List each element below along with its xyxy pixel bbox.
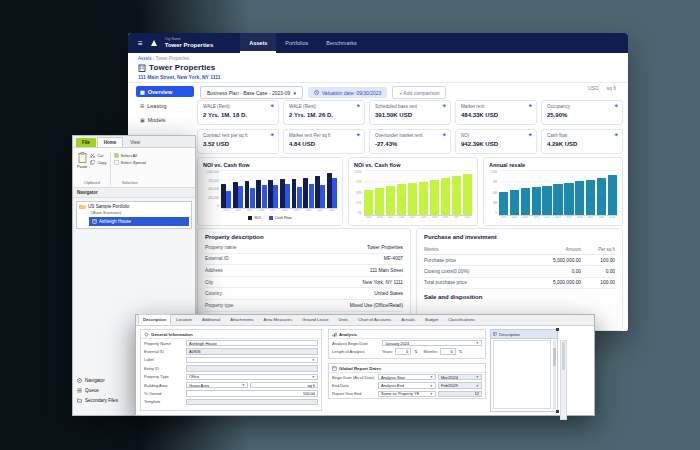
row-label: Country — [205, 291, 222, 296]
bar — [532, 187, 541, 215]
kpi-insight-icon[interactable]: ◈ — [271, 103, 274, 108]
breadcrumb-assets-link[interactable]: Assets — [138, 56, 152, 61]
building-area-type-dropdown[interactable]: Gross Area▼ — [186, 382, 248, 389]
sidebar-item-models[interactable]: ▣ Models — [136, 114, 194, 125]
editor-body: General Information Property NameAshleig… — [136, 326, 594, 415]
tab-actuals[interactable]: Actuals — [396, 314, 420, 325]
begin-date-mode-dropdown[interactable]: Analysis Start▼ — [378, 374, 436, 381]
metrics-label: Metrics — [424, 247, 523, 252]
kpi-insight-icon[interactable]: ◈ — [443, 132, 446, 137]
months-stepper[interactable]: 0 — [440, 348, 456, 355]
copy-button[interactable]: Copy — [90, 160, 106, 165]
tab-chart-of-accounts[interactable]: Chart of Accounts — [353, 314, 396, 325]
kpi-grid: WALE (Rent)2 Yrs. 1M. 18 D.◈ WALE (Rent)… — [197, 100, 623, 154]
kpi-insight-icon[interactable]: ◈ — [615, 103, 618, 108]
begin-date-value-dropdown[interactable]: Mar/2024▼ — [438, 374, 482, 381]
report-year-end-dropdown[interactable]: Same as Property YE▼ — [378, 391, 436, 398]
scenario-toolbar: Business Plan - Base Case - 2023-09 ▾ Va… — [200, 86, 446, 99]
gear-icon — [144, 332, 149, 337]
paste-button[interactable]: Paste — [77, 150, 87, 169]
bar — [256, 180, 261, 208]
bar — [575, 181, 584, 215]
x-axis: 2023202420252026202720282029203020312032 — [364, 216, 472, 221]
currency-toggle[interactable]: USD — [588, 85, 599, 91]
tab-home[interactable]: Home — [97, 137, 124, 147]
resize-handle[interactable] — [556, 410, 559, 413]
percent-owned-field[interactable]: 100.00 — [186, 390, 318, 397]
tab-ground-lease[interactable]: Ground Lease — [297, 314, 334, 325]
analysis-begin-date-dropdown[interactable]: January 2024▼ — [382, 340, 482, 347]
tab-classifications[interactable]: Classifications — [443, 314, 480, 325]
end-date-mode-dropdown[interactable]: Analysis End▼ — [378, 382, 436, 389]
copy-label: Copy — [97, 160, 106, 165]
bar — [285, 184, 290, 208]
table-row: Closing costs(0.00%)0.000.00 — [424, 266, 615, 277]
spinner-icon[interactable]: ⇅ — [459, 349, 462, 354]
scenario-dropdown[interactable]: Business Plan - Base Case - 2023-09 ▾ — [200, 86, 303, 99]
tab-units[interactable]: Units — [334, 314, 354, 325]
bar — [226, 191, 231, 208]
cut-button[interactable]: Cut — [90, 153, 106, 158]
page-title-row: Tower Properties — [138, 63, 215, 72]
tab-location[interactable]: Location — [171, 314, 197, 325]
kpi-label: Occupancy — [547, 104, 617, 109]
tab-description[interactable]: Description — [138, 314, 171, 325]
kpi-card-wale-rent-2: WALE (Rent)2 Yrs. 1M. 26 D.◈ — [283, 100, 365, 125]
kpi-insight-icon[interactable]: ◈ — [615, 132, 618, 137]
property-type-dropdown[interactable]: Office▼ — [186, 374, 318, 381]
select-special-button[interactable]: Select Special — [114, 160, 146, 165]
table-row: Address111 Main Street — [205, 265, 403, 277]
add-comparison-button[interactable]: + Add comparison — [392, 86, 446, 99]
building-area-value-field[interactable]: sq ft — [250, 382, 318, 389]
tab-file[interactable]: File — [76, 138, 96, 147]
kpi-insight-icon[interactable]: ◈ — [357, 132, 360, 137]
area-unit-toggle[interactable]: sq ft — [607, 85, 616, 91]
end-date-value-dropdown[interactable]: Feb/2029▼ — [438, 382, 482, 389]
property-name-field[interactable]: Ashleigh House — [186, 340, 318, 347]
tab-area-measures[interactable]: Area Measures — [259, 314, 297, 325]
form-window-scrollbar[interactable] — [560, 340, 567, 420]
tab-view[interactable]: View — [124, 138, 146, 147]
selection-group-label: Selection — [114, 180, 146, 187]
leasing-icon: ⊞ — [140, 103, 144, 109]
description-scrollbar[interactable] — [553, 340, 556, 409]
bar — [315, 176, 320, 208]
hamburger-menu-icon[interactable]: ≡ — [138, 39, 143, 48]
years-stepper[interactable]: 5 — [395, 348, 411, 355]
select-all-button[interactable]: Select All — [114, 153, 146, 158]
tab-benchmarks[interactable]: Benchmarks — [317, 33, 366, 53]
kpi-card-cash-flow: Cash flow4.29K USD◈ — [541, 129, 623, 154]
kpi-label: Cash flow — [547, 133, 617, 138]
kpi-insight-icon[interactable]: ◈ — [357, 103, 360, 108]
scissors-icon — [90, 153, 95, 158]
ribbon-group-divider — [110, 152, 111, 185]
bar-group — [233, 170, 243, 208]
property-address-link[interactable]: 111 Main Street, New York, NY 1111 — [138, 74, 221, 80]
tab-budget[interactable]: Budget — [420, 314, 443, 325]
resize-handle[interactable] — [556, 328, 559, 331]
bar-group — [542, 170, 551, 215]
bar-group — [564, 170, 573, 215]
panel-secondary-files[interactable]: Secondary Files — [77, 398, 118, 403]
valuation-date-chip[interactable]: Valuation date: 09/30/2023 — [308, 87, 387, 98]
tab-attachments[interactable]: Attachments — [225, 314, 258, 325]
sidebar-item-leasing[interactable]: ⊞ Leasing — [136, 100, 194, 111]
card-title: Purchase and investment — [424, 234, 615, 240]
kpi-insight-icon[interactable]: ◈ — [443, 103, 446, 108]
sidebar-item-overview[interactable]: ▦ Overview — [136, 86, 194, 97]
editor-tabstrip: Description Location Additional Attachme… — [136, 315, 594, 326]
bar — [499, 192, 508, 215]
kpi-insight-icon[interactable]: ◈ — [529, 103, 532, 108]
tree-item-ashleigh-house[interactable]: Ashleigh House — [89, 217, 189, 226]
kpi-insight-icon[interactable]: ◈ — [271, 132, 274, 137]
tree-item-portfolio[interactable]: US Sample Portfolio — [79, 204, 189, 209]
label-dropdown[interactable]: ▼ — [186, 357, 318, 364]
description-textarea[interactable] — [493, 340, 551, 409]
panel-navigator[interactable]: Navigator — [77, 378, 118, 383]
spinner-icon[interactable]: ⇅ — [414, 349, 417, 354]
panel-queue[interactable]: Queue — [77, 388, 118, 393]
tab-assets[interactable]: Assets — [240, 33, 276, 53]
tab-portfolios[interactable]: Portfolios — [276, 33, 317, 53]
tab-additional[interactable]: Additional — [197, 314, 225, 325]
kpi-insight-icon[interactable]: ◈ — [529, 132, 532, 137]
